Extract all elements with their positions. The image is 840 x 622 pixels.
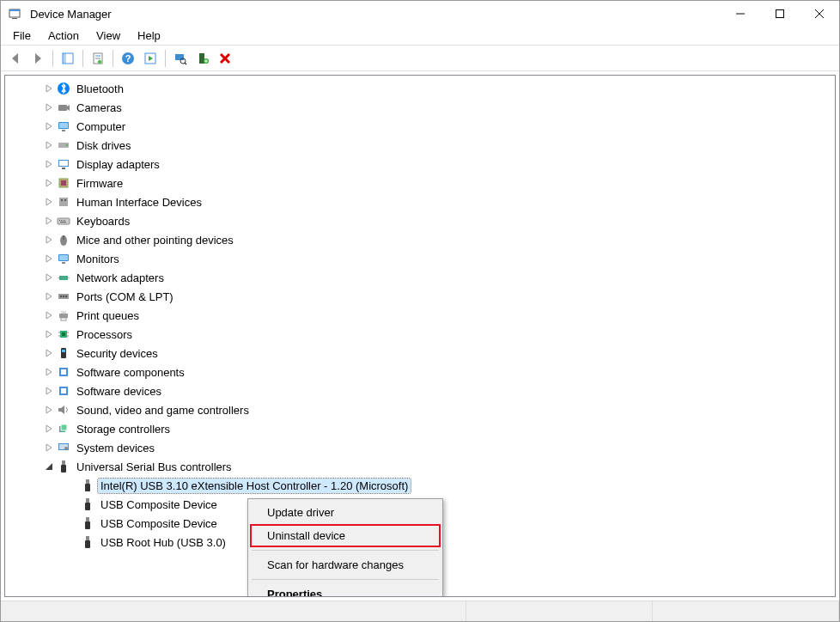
printer-icon — [57, 308, 70, 322]
tree-item-label: Keyboards — [74, 214, 132, 229]
svg-marker-85 — [46, 180, 52, 186]
expand-icon[interactable] — [43, 82, 55, 95]
tree-item-label: Ports (COM & LPT) — [74, 290, 176, 304]
mouse-icon — [57, 233, 70, 247]
close-button[interactable] — [800, 1, 839, 27]
expand-icon[interactable] — [43, 290, 55, 302]
expand-icon[interactable] — [43, 404, 55, 416]
expand-icon[interactable] — [43, 101, 55, 113]
expand-icon[interactable] — [43, 347, 55, 359]
title-bar: Device Manager — [1, 1, 839, 27]
menu-file[interactable]: File — [4, 27, 40, 44]
tree-item[interactable]: Network adapters — [9, 268, 835, 287]
tree-item-label: Software components — [74, 365, 187, 380]
expand-icon[interactable] — [43, 120, 55, 132]
expand-icon[interactable] — [43, 271, 55, 284]
tree-item[interactable]: Software devices — [9, 381, 835, 400]
tree-item[interactable]: Ports (COM & LPT) — [9, 287, 835, 306]
expand-icon[interactable] — [43, 253, 55, 265]
tree-item[interactable]: Intel(R) USB 3.10 eXtensible Host Contro… — [9, 476, 835, 495]
expander-none — [67, 498, 79, 510]
menu-view[interactable]: View — [88, 27, 129, 44]
tree-item[interactable]: Print queues — [9, 306, 835, 325]
add-legacy-button[interactable] — [193, 49, 212, 68]
expand-icon[interactable] — [43, 139, 55, 151]
monitor-icon — [57, 119, 70, 133]
tree-item[interactable]: System devices — [9, 438, 835, 457]
monitor-icon — [57, 252, 70, 265]
tree-item-label: Print queues — [74, 308, 142, 323]
status-pane — [1, 601, 466, 621]
tree-item[interactable]: Security devices — [9, 344, 835, 363]
expand-icon[interactable] — [43, 158, 55, 170]
security-icon — [57, 346, 70, 360]
expand-icon[interactable] — [43, 215, 55, 227]
expand-icon[interactable] — [43, 442, 55, 454]
tree-item[interactable]: Computer — [9, 117, 835, 136]
expander-none — [67, 479, 79, 491]
menu-action[interactable]: Action — [40, 27, 88, 44]
status-pane — [466, 601, 653, 621]
usb-icon — [81, 497, 94, 511]
expand-icon[interactable] — [43, 196, 55, 208]
maximize-button[interactable] — [760, 1, 800, 27]
tree-item-label: Disk drives — [74, 138, 134, 153]
tree-item[interactable]: Processors — [9, 325, 835, 344]
tree-item[interactable]: Cameras — [9, 98, 835, 117]
scan-hardware-button[interactable] — [171, 49, 190, 68]
storage-icon — [57, 422, 70, 436]
tree-item[interactable]: Storage controllers — [9, 419, 835, 438]
help-button[interactable]: ? — [119, 49, 137, 68]
toolbar-separator — [165, 50, 166, 67]
tree-item[interactable]: Display adapters — [9, 155, 835, 174]
expand-icon[interactable] — [43, 309, 55, 321]
svg-marker-100 — [46, 463, 52, 470]
svg-marker-92 — [46, 312, 52, 319]
tree-item[interactable]: Monitors — [9, 249, 835, 268]
expand-icon[interactable] — [43, 423, 55, 435]
tree-item[interactable]: Keyboards — [9, 211, 835, 230]
collapse-icon[interactable] — [43, 460, 55, 473]
cpu-icon — [57, 327, 70, 341]
ctx-scan-hardware[interactable]: Scan for hardware changes — [250, 553, 441, 576]
svg-marker-81 — [46, 104, 52, 111]
svg-marker-88 — [46, 236, 52, 243]
expand-icon[interactable] — [43, 328, 55, 340]
tree-item-label: USB Composite Device — [98, 497, 220, 512]
properties-button[interactable] — [88, 49, 107, 68]
menu-bar: File Action View Help — [1, 27, 839, 46]
tree-item[interactable]: Firmware — [9, 174, 835, 192]
tree-item-label: USB Root Hub (USB 3.0) — [98, 535, 228, 550]
firmware-icon — [57, 176, 70, 190]
disk-icon — [57, 138, 70, 152]
toolbar: ? — [1, 46, 839, 71]
ctx-properties[interactable]: Properties — [250, 582, 441, 597]
uninstall-button[interactable] — [216, 49, 234, 68]
expand-icon[interactable] — [43, 234, 55, 246]
svg-marker-83 — [46, 142, 52, 149]
tree-item[interactable]: Universal Serial Bus controllers — [9, 457, 835, 476]
show-hide-tree-button[interactable] — [58, 49, 77, 68]
forward-button[interactable] — [28, 49, 47, 68]
back-button[interactable] — [6, 49, 25, 68]
tree-item-label: Display adapters — [74, 157, 162, 172]
port-icon — [57, 290, 70, 303]
tree-item[interactable]: Mice and other pointing devices — [9, 230, 835, 249]
expand-icon[interactable] — [43, 177, 55, 189]
tree-item[interactable]: Sound, video and game controllers — [9, 400, 835, 419]
expand-icon[interactable] — [43, 385, 55, 397]
ctx-update-driver[interactable]: Update driver — [250, 501, 441, 524]
expand-icon[interactable] — [43, 366, 55, 378]
display-icon — [57, 157, 70, 171]
tree-item[interactable]: Bluetooth — [9, 79, 835, 98]
minimize-button[interactable] — [721, 1, 760, 27]
svg-marker-94 — [46, 350, 52, 357]
tree-item[interactable]: Human Interface Devices — [9, 192, 835, 211]
tree-item-label: Monitors — [74, 252, 122, 266]
action-button[interactable] — [141, 49, 160, 68]
tree-item[interactable]: Software components — [9, 363, 835, 381]
tree-item-label: Security devices — [74, 346, 161, 361]
ctx-uninstall-device[interactable]: Uninstall device — [250, 524, 441, 547]
menu-help[interactable]: Help — [129, 27, 169, 44]
tree-item[interactable]: Disk drives — [9, 136, 835, 155]
